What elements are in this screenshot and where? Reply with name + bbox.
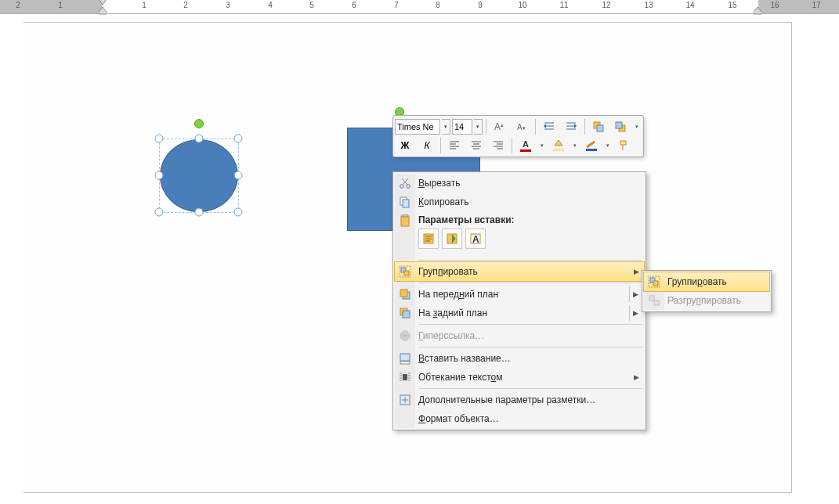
resize-handle-n[interactable] [195,135,204,143]
menu-insert-caption[interactable]: Вставить название… [395,349,644,368]
svg-marker-1 [99,7,107,14]
group-icon [398,265,412,279]
svg-text:A: A [472,234,479,245]
arrange-dropdown[interactable]: ▾ [632,119,642,135]
menu-label: Группировать [667,276,727,287]
svg-point-12 [407,185,410,189]
shrink-font-button[interactable]: A▾ [512,117,532,136]
menu-label: Гиперссылка… [418,330,484,341]
svg-rect-8 [597,125,603,131]
svg-point-11 [400,185,404,189]
fill-color-button[interactable] [548,136,569,155]
ruler-num: 1 [142,1,146,9]
font-color-button[interactable]: A [515,136,536,155]
ellipse-shape[interactable] [160,139,238,212]
hanging-indent-marker[interactable] [99,7,107,15]
hyperlink-icon [398,329,412,343]
svg-rect-29 [400,354,410,361]
menu-label: Копировать [418,196,469,207]
resize-handle-se[interactable] [234,208,243,217]
submenu-arrow-icon[interactable]: ▶ [629,305,641,321]
menu-cut[interactable]: Вырезать [395,174,644,193]
menu-label: Вставить название… [418,353,511,364]
ruler-num: 9 [478,1,483,9]
ruler-num: 17 [812,1,820,9]
menu-bring-to-front[interactable]: На передний план ▶ [395,285,644,304]
align-left-button[interactable] [444,136,465,155]
format-painter-button[interactable] [614,136,635,155]
menu-send-to-back[interactable]: На задний план ▶ [395,304,644,322]
svg-text:A: A [517,123,523,131]
menu-format-object[interactable]: Формат объекта… [395,409,644,428]
font-name-dropdown[interactable]: ▾ [442,119,450,135]
menu-text-wrapping[interactable]: Обтекание текстом ▶ [395,368,644,387]
submenu-arrow-icon[interactable]: ▶ [629,286,641,302]
resize-handle-e[interactable] [234,171,243,180]
svg-rect-15 [401,216,409,226]
svg-rect-23 [404,271,409,275]
resize-handle-nw[interactable] [155,135,164,143]
increase-indent-button[interactable] [561,117,581,136]
group-icon [647,275,661,289]
rotate-handle[interactable] [194,119,204,128]
menu-label: Обтекание текстом [418,372,503,383]
resize-handle-w[interactable] [155,171,164,180]
fill-color-dropdown[interactable]: ▾ [570,138,580,153]
grow-font-button[interactable]: A▴ [490,117,510,136]
italic-button[interactable]: К [417,136,437,155]
menu-group[interactable]: Группировать ▶ [394,261,645,282]
svg-rect-31 [403,374,407,380]
svg-rect-16 [403,214,407,217]
clipboard-icon [398,214,412,228]
outline-color-button[interactable] [581,136,602,155]
font-size-dropdown[interactable]: ▾ [474,119,483,135]
svg-marker-0 [99,0,107,5]
ruler-num: 10 [518,1,526,9]
resize-handle-sw[interactable] [155,208,164,217]
svg-rect-25 [400,290,407,297]
font-size-input[interactable] [452,119,472,135]
menu-paste-options: Параметры вставки: A [395,211,644,258]
menu-copy[interactable]: Копировать [395,193,644,211]
submenu-arrow-icon: ▶ [634,268,639,275]
svg-rect-35 [653,281,658,286]
ruler-num: 6 [352,1,356,9]
paste-text-only-button[interactable]: A [465,229,486,249]
submenu-group[interactable]: Группировать [643,272,770,292]
ruler-num: 5 [309,1,314,9]
align-center-button[interactable] [466,136,486,155]
ruler-num: 2 [183,1,188,9]
group-submenu: Группировать Разгруппировать [642,270,772,312]
outline-color-dropdown[interactable]: ▾ [603,138,613,153]
paste-merge-button[interactable] [442,229,462,249]
ruler-num: 8 [436,1,440,9]
svg-rect-36 [649,296,654,301]
menu-label: Группировать [418,266,478,277]
bring-forward-button[interactable] [588,117,609,136]
submenu-ungroup: Разгруппировать [644,291,769,310]
menu-label: Разгруппировать [667,295,741,306]
layout-options-icon [398,393,412,407]
align-right-button[interactable] [488,136,508,155]
paste-keep-source-button[interactable] [418,229,439,249]
resize-handle-s[interactable] [195,208,204,217]
menu-more-layout[interactable]: Дополнительные параметры разметки… [395,391,644,409]
font-color-dropdown[interactable]: ▾ [537,138,547,153]
first-line-indent-marker[interactable] [99,0,107,7]
resize-handle-ne[interactable] [234,135,243,143]
horizontal-ruler[interactable]: 2 1 1 2 3 4 5 6 7 8 9 10 11 12 13 14 15 … [0,0,839,14]
menu-label: Формат объекта… [418,413,499,424]
send-backward-button[interactable] [610,117,631,136]
right-indent-marker[interactable] [754,7,761,15]
bring-front-icon [398,287,412,301]
svg-rect-14 [403,200,409,207]
bold-button[interactable]: Ж [395,136,415,155]
decrease-indent-button[interactable] [539,117,559,136]
menu-label: Вырезать [418,178,460,189]
svg-rect-10 [616,122,622,128]
svg-rect-27 [403,311,410,318]
menu-label: Дополнительные параметры разметки… [418,394,595,405]
svg-rect-30 [400,362,410,364]
font-name-input[interactable] [395,119,440,135]
ruler-num: 16 [770,1,779,9]
